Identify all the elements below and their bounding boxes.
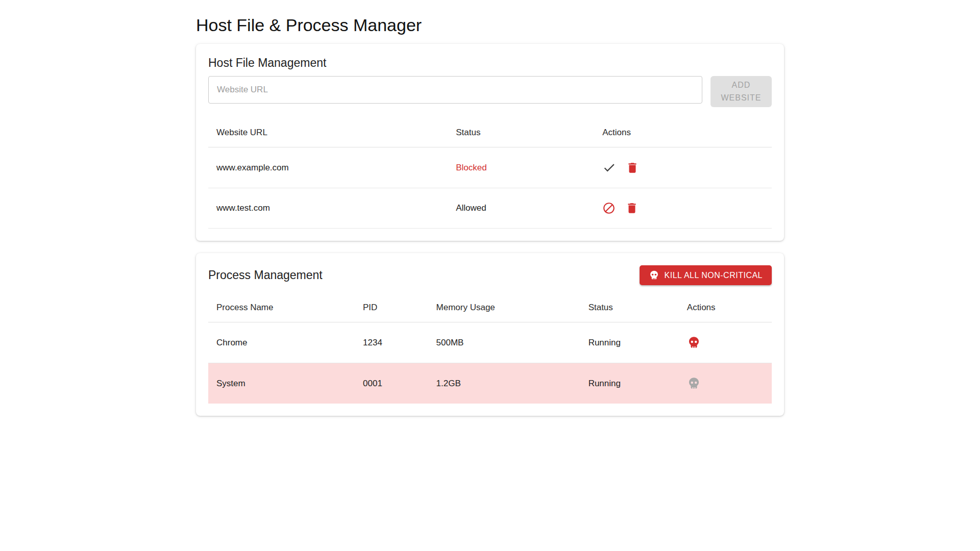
process-status-cell: Running <box>580 363 679 404</box>
website-url-cell: www.test.com <box>208 188 448 229</box>
table-row: Chrome 1234 500MB Running <box>208 322 772 363</box>
table-row: System 0001 1.2GB Running <box>208 363 772 404</box>
skull-icon <box>687 379 701 387</box>
host-file-table-header: Website URL Status Actions <box>208 118 772 147</box>
unblock-website-button[interactable] <box>602 161 616 174</box>
pid-cell: 1234 <box>355 322 428 363</box>
trash-icon <box>625 204 639 212</box>
column-header-pid: PID <box>355 293 428 322</box>
add-website-row: ADD WEBSITE <box>208 76 772 107</box>
trash-icon <box>626 163 639 171</box>
process-card-header: Process Management KILL ALL NON-CRITICAL <box>208 265 772 285</box>
process-card-title: Process Management <box>208 268 323 282</box>
column-header-memory-usage: Memory Usage <box>428 293 580 322</box>
column-header-actions: Actions <box>594 118 772 147</box>
host-file-table: Website URL Status Actions www.example.c… <box>208 118 772 229</box>
kill-process-button[interactable] <box>687 336 701 349</box>
website-url-cell: www.example.com <box>208 147 448 188</box>
memory-usage-cell: 500MB <box>428 322 580 363</box>
actions-cell <box>594 188 772 229</box>
process-table-header: Process Name PID Memory Usage Status Act… <box>208 293 772 322</box>
host-file-card-title: Host File Management <box>208 56 772 70</box>
skull-icon <box>687 338 701 346</box>
kill-all-button-label: KILL ALL NON-CRITICAL <box>665 271 763 280</box>
delete-website-button[interactable] <box>626 161 639 174</box>
block-website-button[interactable] <box>602 202 616 215</box>
kill-process-button-disabled[interactable] <box>687 377 701 390</box>
memory-usage-cell: 1.2GB <box>428 363 580 404</box>
actions-cell <box>594 147 772 188</box>
process-status-cell: Running <box>580 322 679 363</box>
table-row: www.test.com Allowed <box>208 188 772 229</box>
website-url-input[interactable] <box>208 76 702 104</box>
table-row: www.example.com Blocked <box>208 147 772 188</box>
status-cell: Allowed <box>448 188 594 229</box>
page-title: Host File & Process Manager <box>196 16 784 35</box>
process-table: Process Name PID Memory Usage Status Act… <box>208 293 772 404</box>
page-container: Host File & Process Manager Host File Ma… <box>196 0 784 416</box>
pid-cell: 0001 <box>355 363 428 404</box>
block-icon <box>602 204 616 212</box>
column-header-actions: Actions <box>679 293 772 322</box>
column-header-process-name: Process Name <box>208 293 355 322</box>
column-header-status: Status <box>448 118 594 147</box>
actions-cell <box>679 322 772 363</box>
check-icon <box>602 163 616 171</box>
process-name-cell: System <box>208 363 355 404</box>
column-header-status: Status <box>580 293 679 322</box>
kill-all-non-critical-button[interactable]: KILL ALL NON-CRITICAL <box>640 265 772 285</box>
process-card: Process Management KILL ALL NON-CRITICAL… <box>196 253 784 416</box>
process-name-cell: Chrome <box>208 322 355 363</box>
status-cell: Blocked <box>448 147 594 188</box>
skull-icon <box>649 270 659 281</box>
add-website-button[interactable]: ADD WEBSITE <box>710 76 772 107</box>
actions-cell <box>679 363 772 404</box>
delete-website-button[interactable] <box>625 202 639 215</box>
host-file-card: Host File Management ADD WEBSITE Website… <box>196 44 784 241</box>
column-header-website-url: Website URL <box>208 118 448 147</box>
